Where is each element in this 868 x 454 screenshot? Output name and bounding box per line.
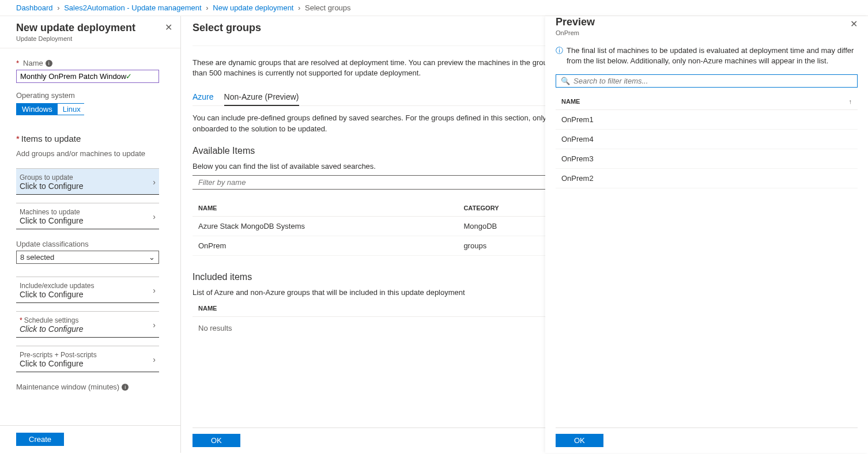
os-label: Operating system	[16, 91, 177, 100]
create-button[interactable]: Create	[16, 433, 64, 446]
breadcrumb-link-new-update[interactable]: New update deployment	[213, 3, 293, 12]
close-icon[interactable]: ✕	[165, 22, 172, 33]
close-icon[interactable]: ✕	[850, 18, 858, 29]
new-deployment-panel: New update deployment Update Deployment …	[0, 16, 181, 453]
groups-to-update-item[interactable]: Groups to update Click to Configure ›	[16, 168, 159, 195]
chevron-right-icon: ›	[153, 212, 159, 221]
preview-panel: Preview OnPrem ✕ ⓘ The final list of mac…	[545, 16, 868, 453]
info-icon: ⓘ	[556, 46, 563, 66]
os-toggle: Windows Linux	[16, 103, 84, 115]
chevron-right-icon: ›	[57, 3, 59, 12]
preview-search-input[interactable]	[573, 77, 852, 85]
chevron-right-icon: ›	[298, 3, 300, 12]
info-icon[interactable]: i	[122, 384, 129, 391]
breadcrumb-link-dashboard[interactable]: Dashboard	[16, 3, 53, 12]
os-linux-button[interactable]: Linux	[58, 104, 86, 115]
classifications-label: Update classifications	[16, 240, 177, 248]
name-label: *Name i	[16, 59, 177, 67]
breadcrumb: Dashboard › Sales2Automation - Update ma…	[0, 0, 868, 16]
chevron-right-icon: ›	[153, 320, 159, 330]
preview-info: ⓘ The final list of machines to be updat…	[556, 46, 858, 66]
items-to-update-title: *Items to update	[16, 134, 177, 143]
schedule-settings-item[interactable]: *Schedule settings Click to Configure ›	[16, 311, 159, 338]
preview-title: Preview	[556, 16, 595, 28]
items-to-update-sub: Add groups and/or machines to update	[16, 149, 177, 158]
pre-post-scripts-item[interactable]: Pre-scripts + Post-scripts Click to Conf…	[16, 346, 159, 372]
machines-to-update-item[interactable]: Machines to update Click to Configure ›	[16, 203, 159, 229]
table-row[interactable]: OnPrem2	[556, 169, 858, 188]
include-exclude-item[interactable]: Include/exclude updates Click to Configu…	[16, 277, 159, 303]
preview-table: NAME↑ OnPrem1 OnPrem4 OnPrem3 OnPrem2	[556, 93, 858, 188]
col-name[interactable]: NAME↑	[556, 93, 858, 110]
classifications-select[interactable]: 8 selected ⌄	[16, 251, 159, 264]
table-row[interactable]: OnPrem4	[556, 130, 858, 149]
chevron-right-icon: ›	[206, 3, 208, 12]
breadcrumb-current: Select groups	[305, 3, 351, 12]
panel-subtitle: Update Deployment	[16, 35, 135, 42]
ok-button[interactable]: OK	[193, 434, 240, 447]
os-windows-button[interactable]: Windows	[17, 104, 58, 115]
ok-button[interactable]: OK	[556, 434, 603, 447]
sort-icon[interactable]: ↑	[849, 98, 852, 105]
table-row[interactable]: OnPrem3	[556, 149, 858, 169]
table-row[interactable]: OnPrem1	[556, 110, 858, 130]
search-icon: 🔍	[561, 77, 570, 85]
chevron-right-icon: ›	[153, 355, 159, 364]
tab-non-azure[interactable]: Non-Azure (Preview)	[224, 92, 299, 106]
info-icon[interactable]: i	[46, 60, 52, 67]
check-icon: ✓	[126, 72, 132, 81]
col-name[interactable]: NAME	[193, 300, 557, 317]
tab-azure[interactable]: Azure	[193, 92, 214, 105]
col-name[interactable]: NAME	[193, 200, 458, 217]
chevron-right-icon: ›	[153, 286, 159, 295]
preview-subtitle: OnPrem	[556, 29, 595, 36]
chevron-down-icon: ⌄	[149, 253, 155, 262]
breadcrumb-link-automation[interactable]: Sales2Automation - Update management	[64, 3, 201, 12]
preview-search[interactable]: 🔍	[556, 74, 858, 88]
name-input[interactable]	[16, 70, 159, 83]
panel-title: New update deployment	[16, 22, 135, 34]
maintenance-window-label: Maintenance window (minutes) i	[16, 383, 177, 391]
chevron-right-icon: ›	[153, 177, 159, 187]
